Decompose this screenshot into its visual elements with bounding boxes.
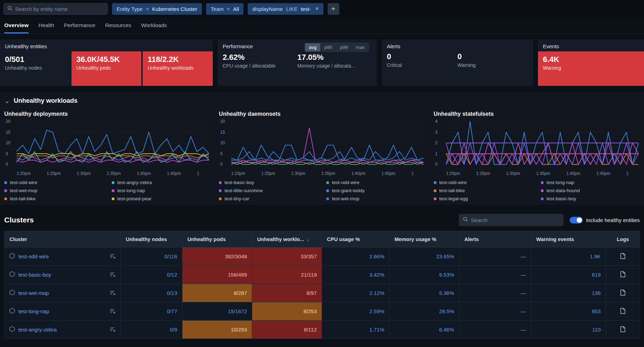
- clusters-search-box[interactable]: [459, 214, 563, 226]
- document-icon[interactable]: [620, 326, 625, 332]
- cluster-link[interactable]: test-long-nap: [18, 308, 49, 314]
- column-label: Unhealthy worklo...: [257, 236, 304, 242]
- sort-desc-icon: ↓: [306, 237, 309, 242]
- card-title: Unhealthy entities: [0, 39, 213, 51]
- legend-item-test-wet-mop[interactable]: test-wet-mop: [326, 196, 425, 201]
- column-label: CPU usage %: [327, 236, 360, 242]
- events-blocks: 6.4KWarning: [538, 51, 644, 86]
- card-title: Performance: [218, 39, 258, 51]
- cluster-link[interactable]: test-wet-mop: [18, 290, 49, 296]
- legend-label: test-odd-wire: [332, 180, 359, 185]
- legend-dot-icon: [326, 189, 329, 192]
- svg-text:1:30pm: 1:30pm: [291, 171, 305, 176]
- add-filter-button[interactable]: +: [328, 3, 339, 15]
- svg-text:1:30pm: 1:30pm: [506, 171, 520, 176]
- legend-item-test-wet-mop[interactable]: test-wet-mop: [4, 188, 103, 193]
- tab-workloads[interactable]: Workloads: [141, 18, 167, 33]
- legend-item-test-data-hound[interactable]: test-data-hound: [541, 188, 640, 193]
- entity-search-box[interactable]: [4, 3, 108, 15]
- add-to-filter-icon[interactable]: [110, 272, 116, 277]
- svg-text:1: 1: [411, 171, 414, 176]
- filter-pill-displayname[interactable]: displayNameLIKEtest-×: [248, 3, 323, 15]
- column-header-unhealthy_workloads[interactable]: Unhealthy worklo...↓: [252, 231, 322, 247]
- column-header-cpu_usage[interactable]: CPU usage %: [322, 231, 390, 247]
- collapse-chevron-icon[interactable]: ⌄: [4, 99, 10, 103]
- legend-dot-icon: [326, 181, 329, 184]
- mode-avg[interactable]: avg: [305, 43, 321, 51]
- entity-search-input[interactable]: [15, 6, 104, 12]
- mode-max[interactable]: max: [352, 43, 369, 51]
- chart-unhealthy-statefulsets: Unhealthy statefulsets012341:20pm1:25pm1…: [434, 111, 640, 201]
- tab-resources[interactable]: Resources: [105, 18, 131, 33]
- mode-p95[interactable]: p95: [320, 43, 336, 51]
- column-header-unhealthy_pods[interactable]: Unhealthy pods: [182, 231, 252, 247]
- column-label: Warning events: [536, 236, 574, 242]
- clusters-search-input[interactable]: [471, 217, 559, 223]
- metric-memory-usage-allocata-: 17.05%Memory usage / allocata...: [297, 53, 372, 86]
- logs-cell: [606, 266, 640, 284]
- svg-text:20: 20: [220, 119, 225, 124]
- cluster-link[interactable]: test-basic-boy: [18, 272, 51, 278]
- add-to-filter-icon[interactable]: [110, 327, 116, 332]
- tab-performance[interactable]: Performance: [64, 18, 95, 33]
- svg-text:1:25pm: 1:25pm: [47, 171, 61, 176]
- column-header-warning_events[interactable]: Warning events: [531, 231, 606, 247]
- filter-pill-team[interactable]: Team=All: [206, 3, 243, 15]
- table-row: test-wet-mop0/138/2878/972.12%5.36%—136: [5, 284, 640, 302]
- svg-text:1:20pm: 1:20pm: [446, 171, 460, 176]
- add-to-filter-icon[interactable]: [110, 254, 116, 259]
- search-icon: [7, 6, 12, 12]
- legend-item-test-basic-boy[interactable]: test-basic-boy: [541, 196, 640, 201]
- document-icon[interactable]: [620, 253, 625, 259]
- mode-p99[interactable]: p99: [336, 43, 352, 51]
- legend-item-test-tiny-car[interactable]: test-tiny-car: [219, 196, 318, 201]
- warning-events-cell: 136: [531, 284, 606, 302]
- column-label: Unhealthy pods: [187, 236, 226, 242]
- legend-item-test-long-nap[interactable]: test-long-nap: [112, 188, 211, 193]
- filter-pill-entity-type[interactable]: Entity Type=Kubernetes Cluster: [112, 3, 202, 15]
- remove-filter-icon[interactable]: ×: [315, 5, 319, 12]
- legend-item-test-odd-wire[interactable]: test-odd-wire: [4, 180, 103, 185]
- document-icon[interactable]: [620, 290, 625, 296]
- svg-text:1:40pm: 1:40pm: [352, 171, 366, 176]
- svg-text:4: 4: [435, 119, 438, 124]
- svg-text:5: 5: [220, 151, 223, 156]
- column-header-memory_usage[interactable]: Memory usage %: [390, 231, 459, 247]
- document-icon[interactable]: [620, 308, 625, 314]
- document-icon[interactable]: [620, 271, 625, 277]
- legend-item-test-poised-pear[interactable]: test-poised-pear: [112, 196, 211, 201]
- column-header-alerts[interactable]: Alerts: [459, 231, 531, 247]
- cluster-link[interactable]: test-odd-wire: [18, 253, 49, 259]
- column-header-cluster[interactable]: Cluster: [5, 231, 121, 247]
- svg-text:0: 0: [220, 162, 223, 167]
- card-title: Alerts: [382, 39, 533, 51]
- include-healthy-toggle[interactable]: [570, 217, 583, 223]
- legend-item-test-tall-bike[interactable]: test-tall-bike: [4, 196, 103, 201]
- cluster-link[interactable]: test-angry-zebra: [18, 327, 57, 333]
- column-header-unhealthy_nodes[interactable]: Unhealthy nodes: [121, 231, 182, 247]
- warning-events-cell: 1.9K: [531, 247, 606, 266]
- legend-item-test-odd-wire[interactable]: test-odd-wire: [326, 180, 425, 185]
- tab-health[interactable]: Health: [38, 18, 54, 33]
- legend-item-test-tall-bike[interactable]: test-tall-bike: [434, 188, 533, 193]
- add-to-filter-icon[interactable]: [110, 290, 116, 296]
- svg-text:1:20pm: 1:20pm: [17, 171, 31, 176]
- add-to-filter-icon[interactable]: [110, 309, 116, 314]
- metric-value: 17.05%: [297, 53, 372, 62]
- legend-item-test-long-nap[interactable]: test-long-nap: [541, 180, 640, 185]
- events-card: Events 6.4KWarning: [538, 39, 644, 86]
- legend-item-test-odd-wire[interactable]: test-odd-wire: [434, 180, 533, 185]
- legend-item-test-angry-zebra[interactable]: test-angry-zebra: [112, 180, 211, 185]
- legend-item-test-giant-teddy[interactable]: test-giant-teddy: [326, 188, 425, 193]
- legend-item-test-basic-boy[interactable]: test-basic-boy: [219, 180, 318, 185]
- legend-item-test-little-sunshine[interactable]: test-little-sunshine: [219, 188, 318, 193]
- tab-overview[interactable]: Overview: [4, 18, 29, 33]
- summary-label: Unhealthy pods: [76, 65, 137, 71]
- column-header-logs[interactable]: Logs: [606, 231, 640, 247]
- table-row: test-angry-zebra0/910/2938/1121.71%6.46%…: [5, 321, 640, 339]
- svg-text:1:35pm: 1:35pm: [321, 171, 335, 176]
- summary-cards: Unhealthy entities 0/501Unhealthy nodes3…: [0, 39, 644, 86]
- svg-text:1:45pm: 1:45pm: [382, 171, 396, 176]
- legend-item-test-legal-egg[interactable]: test-legal-egg: [434, 196, 533, 201]
- alerts-cell: —: [459, 321, 531, 339]
